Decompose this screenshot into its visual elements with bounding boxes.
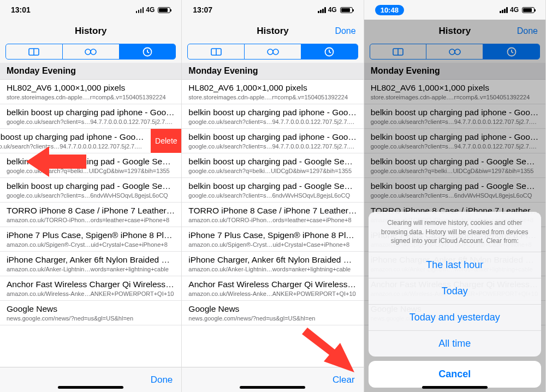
history-row-title: belkin boost up charging pad - Google Se…	[7, 181, 175, 191]
history-row[interactable]: HL802_AV6 1,000×1,000 pixelsstore.storei…	[182, 80, 363, 104]
status-bar: 13:01 4G	[0, 0, 181, 20]
history-row[interactable]: belkin boost up charging pad - Google Se…	[182, 153, 363, 178]
history-row-title: belkin boost up charging pad iphone - Go…	[0, 132, 144, 142]
segmented-control[interactable]	[5, 44, 176, 60]
history-row-url: google.co.uk/search?client=s…6ndvWvHSOqv…	[7, 192, 175, 199]
history-row-url: google.co.uk/search?client=s…94.7.7.0.0.…	[371, 118, 539, 125]
clear-button[interactable]: Clear	[333, 375, 355, 385]
history-row[interactable]: belkin boost up charging pad iphone - Go…	[0, 129, 151, 153]
history-row[interactable]: iPhone 7 Plus Case, Spigen® iPhone 8 Plu…	[0, 227, 181, 252]
battery-icon	[522, 7, 535, 13]
history-row-url: google.co.uk/search?q=belki…UlDCgD&biw=1…	[371, 168, 539, 174]
history-tab[interactable]	[301, 44, 358, 59]
status-bar: 13:07 4G	[182, 0, 363, 20]
history-row[interactable]: belkin boost up charging pad iphone - Go…	[364, 104, 545, 129]
delete-button[interactable]: Delete	[151, 129, 181, 153]
home-indicator[interactable]	[58, 386, 123, 389]
history-row-url: amazon.co.uk/Wireless-Anke…ANKER+POWERPO…	[7, 290, 175, 297]
history-row-url: amazon.co.uk/TORRO-iPhon…ords=leather+ca…	[188, 217, 357, 223]
network-type: 4G	[510, 6, 519, 14]
history-row-title: belkin boost up charging pad iphone - Go…	[371, 132, 539, 142]
nav-bar: History Done	[364, 20, 545, 43]
history-list[interactable]: Monday Evening HL802_AV6 1,000×1,000 pix…	[182, 63, 363, 367]
history-row-title: TORRO iPhone 8 Case / iPhone 7 Leather…	[7, 206, 175, 216]
history-tab[interactable]	[120, 44, 176, 59]
home-indicator[interactable]	[422, 386, 488, 389]
history-row-url: google.co.uk/search?client=s…94.7.7.0.0.…	[371, 143, 539, 150]
status-time[interactable]: 10:48	[375, 5, 404, 15]
history-row[interactable]: Anchor Fast Wireless Charger Qi Wireless…	[0, 276, 181, 301]
svg-point-5	[273, 49, 278, 55]
history-row[interactable]: TORRO iPhone 8 Case / iPhone 7 Leather…a…	[182, 203, 363, 227]
signal-icon	[500, 7, 508, 13]
history-tab[interactable]	[483, 44, 539, 59]
section-header: Monday Evening	[0, 63, 181, 80]
history-row[interactable]: belkin boost up charging pad iphone - Go…	[0, 104, 181, 129]
done-button[interactable]: Done	[517, 26, 538, 36]
readinglist-tab[interactable]	[245, 44, 301, 59]
history-row-url: store.storeimages.cdn-apple.…r=comp&.v=1…	[188, 94, 357, 100]
history-row[interactable]: iPhone Charger, Anker 6ft Nylon Braided …	[182, 252, 363, 276]
home-indicator[interactable]	[240, 386, 305, 389]
history-row-title: belkin boost up charging pad - Google Se…	[371, 157, 539, 167]
history-row[interactable]: HL802_AV6 1,000×1,000 pixelsstore.storei…	[0, 80, 181, 104]
readinglist-tab[interactable]	[63, 44, 120, 59]
history-row-url: store.storeimages.cdn-apple.…r=comp&.v=1…	[7, 94, 175, 100]
done-button[interactable]: Done	[151, 375, 173, 385]
history-list[interactable]: Monday Evening HL802_AV6 1,000×1,000 pix…	[0, 63, 181, 367]
clear-last-hour-button[interactable]: The last hour	[369, 252, 541, 278]
svg-point-9	[455, 49, 460, 55]
history-row[interactable]: belkin boost up charging pad iphone - Go…	[182, 129, 363, 153]
signal-icon	[318, 7, 326, 13]
readinglist-tab[interactable]	[426, 44, 483, 59]
clear-today-yesterday-button[interactable]: Today and yesterday	[369, 305, 541, 331]
status-time: 13:01	[11, 5, 31, 14]
page-title: History	[439, 26, 471, 37]
history-row-title: belkin boost up charging pad iphone - Go…	[7, 108, 175, 117]
nav-bar: History	[0, 20, 181, 43]
history-row-url: amazon.co.uk/Spigen®-Cryst…uid+Crystal+C…	[7, 241, 175, 248]
history-row[interactable]: HL802_AV6 1,000×1,000 pixelsstore.storei…	[364, 80, 545, 104]
status-bar: 10:48 4G	[364, 0, 545, 20]
history-row-url: google.co.uk/search?client=s…94.7.7.0.0.…	[0, 143, 144, 150]
history-row[interactable]: belkin boost up charging pad - Google Se…	[364, 153, 545, 178]
cancel-button[interactable]: Cancel	[369, 361, 541, 388]
history-row-url: store.storeimages.cdn-apple.…r=comp&.v=1…	[371, 94, 539, 100]
history-row[interactable]: belkin boost up charging pad - Google Se…	[0, 153, 181, 178]
history-row-url: news.google.com/news/?ned=us&gl=US&hl=en	[7, 315, 175, 322]
history-row-title: belkin boost up charging pad - Google Se…	[188, 181, 357, 191]
history-row[interactable]: belkin boost up charging pad - Google Se…	[364, 178, 545, 203]
history-row[interactable]: belkin boost up charging pad - Google Se…	[0, 178, 181, 203]
history-row[interactable]: belkin boost up charging pad iphone - Go…	[364, 129, 545, 153]
clear-all-time-button[interactable]: All time	[369, 331, 541, 357]
history-row-title: TORRO iPhone 8 Case / iPhone 7 Leather…	[188, 206, 357, 216]
history-row-title: iPhone Charger, Anker 6ft Nylon Braided …	[7, 255, 175, 265]
history-row-url: amazon.co.uk/Anker-Lightnin…words=anker+…	[7, 266, 175, 272]
history-row[interactable]: Google Newsnews.google.com/news/?ned=us&…	[182, 301, 363, 325]
done-button[interactable]: Done	[335, 26, 355, 36]
bookmarks-tab[interactable]	[188, 44, 245, 59]
history-row-title: iPhone 7 Plus Case, Spigen® iPhone 8 Plu…	[7, 230, 175, 240]
svg-point-4	[268, 49, 273, 55]
svg-point-0	[85, 49, 91, 55]
history-row[interactable]: Google Newsnews.google.com/news/?ned=us&…	[0, 301, 181, 325]
history-row[interactable]: Anchor Fast Wireless Charger Qi Wireless…	[182, 276, 363, 301]
history-row[interactable]: belkin boost up charging pad - Google Se…	[182, 178, 363, 203]
history-row[interactable]: TORRO iPhone 8 Case / iPhone 7 Leather…a…	[0, 203, 181, 227]
segmented-control[interactable]	[370, 44, 540, 60]
history-row-title: belkin boost up charging pad - Google Se…	[188, 157, 357, 167]
history-row-title: belkin boost up charging pad - Google Se…	[371, 181, 539, 191]
history-row-title: belkin boost up charging pad iphone - Go…	[188, 132, 357, 142]
svg-point-1	[91, 49, 96, 55]
history-row-title: HL802_AV6 1,000×1,000 pixels	[7, 83, 175, 93]
bookmarks-tab[interactable]	[370, 44, 427, 59]
network-type: 4G	[146, 6, 155, 14]
clear-today-button[interactable]: Today	[369, 278, 541, 305]
signal-icon	[136, 7, 144, 13]
page-title: History	[257, 26, 289, 37]
segmented-control[interactable]	[187, 44, 358, 60]
history-row[interactable]: belkin boost up charging pad iphone - Go…	[182, 104, 363, 129]
bookmarks-tab[interactable]	[6, 44, 63, 59]
history-row[interactable]: iPhone Charger, Anker 6ft Nylon Braided …	[0, 252, 181, 276]
history-row[interactable]: iPhone 7 Plus Case, Spigen® iPhone 8 Plu…	[182, 227, 363, 252]
